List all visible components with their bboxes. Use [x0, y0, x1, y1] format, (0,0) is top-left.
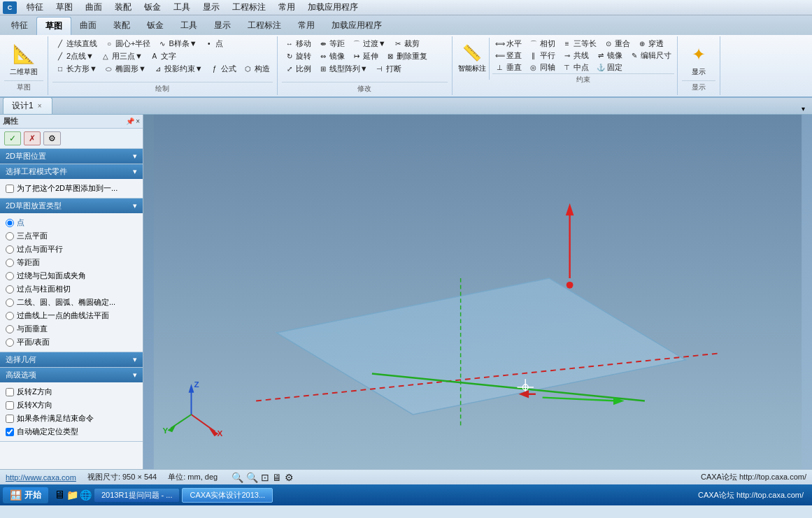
btn-collinear[interactable]: ⊸ 共线	[560, 50, 592, 62]
section-collapse-icon[interactable]: ▾	[133, 152, 137, 161]
btn-formula[interactable]: ƒ 公式	[207, 63, 239, 75]
placement-option-8[interactable]: 与面垂直	[6, 322, 137, 336]
placement-option-0[interactable]: 点	[6, 216, 137, 229]
radio-2line-circle[interactable]	[6, 298, 14, 307]
status-forum-link[interactable]: CAXA论坛 http://top.caxa.com/	[701, 472, 806, 482]
engineer-checkbox-input[interactable]	[6, 185, 14, 193]
tray-icon-1[interactable]: 🖥	[54, 489, 65, 501]
status-caxa-link[interactable]: http://www.caxa.com	[6, 473, 76, 482]
start-button[interactable]: 🪟 开始	[3, 487, 48, 503]
btn-vertical[interactable]: ⟸ 竖直	[492, 50, 525, 62]
settings-icon2[interactable]: ⚙	[285, 472, 294, 483]
placement-option-4[interactable]: 过绕与已知面成夹角	[6, 269, 137, 282]
btn-move[interactable]: ↔ 移动	[282, 38, 314, 50]
ribbon-tab-jiazai[interactable]: 加载应用程序	[323, 17, 390, 35]
placement-option-3[interactable]: 等距面	[6, 256, 137, 269]
btn-mirror-c[interactable]: ⇌ 镜像	[593, 50, 625, 62]
reverse-x-input[interactable]	[6, 401, 14, 410]
btn-construct[interactable]: ⬡ 构造	[241, 63, 273, 75]
btn-tangent[interactable]: ⌒ 相切	[526, 38, 558, 50]
document-tab[interactable]: 设计1 ×	[3, 97, 52, 114]
btn-horizontal[interactable]: ⟺ 水平	[492, 38, 525, 50]
radio-plane-surface[interactable]	[6, 338, 14, 347]
placement-option-2[interactable]: 过点与面平行	[6, 243, 137, 256]
ribbon-tab-banjin[interactable]: 钣金	[138, 17, 172, 35]
zoom-fit-icon[interactable]: ⊡	[261, 472, 269, 483]
tab-close-button[interactable]: ×	[36, 102, 43, 110]
btn-coincident[interactable]: ⊙ 重合	[601, 38, 633, 50]
zoom-out-icon[interactable]: 🔍	[246, 472, 258, 483]
section-collapse5-icon[interactable]: ▾	[133, 370, 137, 380]
ribbon-tab-caotu[interactable]: 草图	[36, 17, 71, 35]
btn-transition[interactable]: ⌒ 过渡▼	[349, 38, 389, 50]
menu-banjin[interactable]: 钣金	[138, 0, 166, 15]
smart-label-button[interactable]: 📏 智能标注	[455, 38, 490, 80]
placement-option-7[interactable]: 过曲线上一点的曲线法平面	[6, 309, 137, 322]
ribbon-tab-tezheng[interactable]: 特征	[3, 17, 36, 35]
btn-break[interactable]: ⊣ 打断	[372, 63, 404, 75]
checkbox-reverse-z[interactable]: 反转Z方向	[6, 385, 137, 398]
taskbar-item-2[interactable]: CAXA实体设计2013...	[182, 488, 273, 503]
auto-placement-input[interactable]	[6, 428, 14, 436]
btn-fixed[interactable]: ⚓ 固定	[593, 62, 625, 73]
menu-gcbz[interactable]: 工程标注	[227, 0, 271, 15]
checkbox-end-on-condition[interactable]: 如果条件满足结束命令	[6, 412, 137, 425]
btn-rectangle[interactable]: □ 长方形▼	[52, 63, 100, 75]
btn-project-constraint[interactable]: ⊿ 投影约束▼	[150, 63, 206, 75]
btn-edit-dim[interactable]: ✎ 编辑尺寸	[627, 50, 674, 62]
btn-rotate[interactable]: ↻ 旋转	[282, 50, 314, 62]
section-collapse3-icon[interactable]: ▾	[133, 201, 137, 210]
display-button[interactable]: ✦ 显示	[682, 39, 715, 80]
menu-jiazai[interactable]: 加载应用程序	[302, 0, 364, 15]
btn-scale[interactable]: ⤢ 比例	[282, 63, 314, 75]
ribbon-tab-zhuangpei[interactable]: 装配	[105, 17, 138, 35]
menu-tezheng[interactable]: 特征	[21, 0, 49, 15]
menu-zhuangpei[interactable]: 装配	[109, 0, 137, 15]
menu-caotu[interactable]: 草图	[50, 0, 78, 15]
radio-face-perp[interactable]	[6, 325, 14, 333]
ribbon-tab-changyong[interactable]: 常用	[290, 17, 323, 35]
btn-del-dup[interactable]: ⊠ 删除重复	[383, 50, 430, 62]
btn-extend[interactable]: ↦ 延伸	[349, 50, 381, 62]
menu-qumian[interactable]: 曲面	[80, 0, 108, 15]
menu-xianshi[interactable]: 显示	[197, 0, 225, 15]
menu-gongju[interactable]: 工具	[168, 0, 196, 15]
2d-sketch-button[interactable]: 📐 二维草图	[4, 39, 43, 80]
tray-icon-3[interactable]: 🌐	[80, 489, 92, 501]
menu-changyong[interactable]: 常用	[273, 0, 301, 15]
btn-array[interactable]: ⊞ 线型阵列▼	[315, 63, 371, 75]
radio-curve-normal[interactable]	[6, 312, 14, 320]
btn-equal-dist[interactable]: ⇼ 等距	[315, 38, 348, 50]
radio-equal-dist[interactable]	[6, 259, 14, 267]
placement-option-1[interactable]: 三点平面	[6, 229, 137, 243]
radio-cyl-tangent[interactable]	[6, 285, 14, 294]
placement-option-6[interactable]: 二线、圆、圆弧、椭圆确定...	[6, 296, 137, 309]
placement-option-5[interactable]: 过点与柱面相切	[6, 282, 137, 296]
end-condition-input[interactable]	[6, 415, 14, 423]
btn-text[interactable]: A 文字	[147, 50, 179, 62]
btn-point[interactable]: • 点	[201, 38, 226, 50]
section-collapse4-icon[interactable]: ▾	[133, 355, 137, 364]
settings-button[interactable]: ⚙	[43, 131, 61, 145]
panel-close-icon[interactable]: ×	[136, 117, 140, 125]
btn-penetrate[interactable]: ⊕ 穿透	[634, 38, 667, 50]
engineer-mode-checkbox[interactable]: 为了把这个2D草图添加到一...	[6, 182, 137, 195]
btn-mirror[interactable]: ⇔ 镜像	[315, 50, 348, 62]
btn-trim[interactable]: ✂ 裁剪	[390, 38, 422, 50]
checkbox-auto-placement[interactable]: 自动确定定位类型	[6, 425, 137, 438]
btn-midpoint[interactable]: ⊤ 中点	[560, 62, 592, 73]
btn-2point-line[interactable]: ╱ 2点线▼	[52, 50, 97, 62]
section-collapse2-icon[interactable]: ▾	[133, 167, 137, 176]
radio-angle-face[interactable]	[6, 272, 14, 280]
btn-parallel[interactable]: ∥ 平行	[526, 50, 558, 62]
zoom-in-icon[interactable]: 🔍	[232, 472, 243, 483]
radio-pass-parallel[interactable]	[6, 245, 14, 254]
btn-3point[interactable]: △ 用三点▼	[98, 50, 145, 62]
btn-perpendicular[interactable]: ⊥ 垂直	[492, 62, 525, 73]
taskbar-item-1[interactable]: 2013R1提问问题 - ...	[94, 489, 179, 502]
reverse-z-input[interactable]	[6, 388, 14, 396]
checkbox-reverse-x[interactable]: 反转X方向	[6, 398, 137, 412]
btn-circle-radius[interactable]: ○ 圆心+半径	[101, 38, 153, 50]
tab-dropdown-button[interactable]: ▾	[797, 103, 809, 114]
tray-icon-2[interactable]: 📁	[66, 489, 78, 501]
